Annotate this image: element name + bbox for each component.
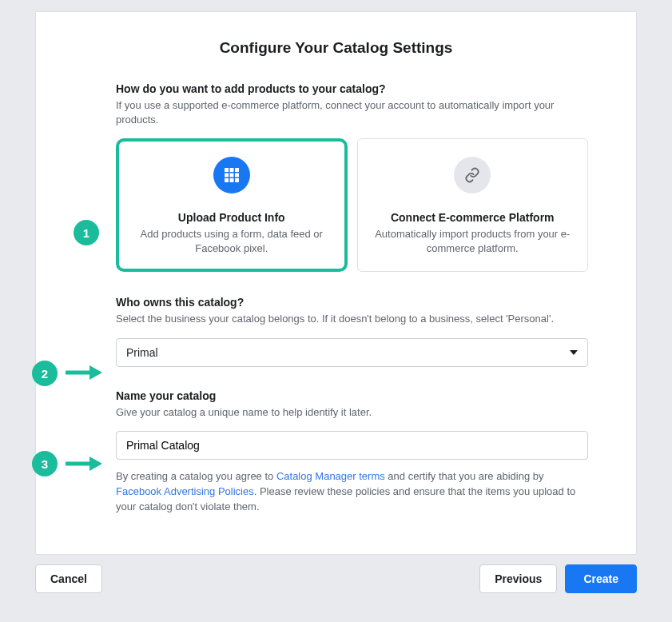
catalog-name-input[interactable] [116,431,588,460]
legal-pre: By creating a catalog you agree to [116,470,276,482]
grid-icon [213,157,250,193]
create-button[interactable]: Create [565,564,637,593]
catalog-terms-link[interactable]: Catalog Manager terms [276,470,385,482]
svg-rect-1 [229,168,233,172]
svg-rect-2 [235,168,239,172]
dialog-footer: Cancel Previous Create [0,555,672,593]
option-upload-product-info[interactable]: Upload Product Info Add products using a… [116,138,348,272]
cancel-button[interactable]: Cancel [35,564,102,593]
step-badge-3: 3 [32,451,58,476]
svg-rect-6 [225,178,229,182]
arrow-icon [64,361,102,385]
svg-rect-4 [229,173,233,177]
legal-text: By creating a catalog you agree to Catal… [116,469,588,515]
legal-mid: and certify that you are abiding by [385,470,544,482]
previous-button[interactable]: Previous [479,564,557,593]
section-subtext: Give your catalog a unique name to help … [116,405,588,420]
svg-marker-12 [89,457,102,471]
section-subtext: Select the business your catalog belongs… [116,312,588,326]
svg-rect-7 [229,178,233,182]
section-owner: Who owns this catalog? Select the busine… [116,296,588,366]
option-connect-ecommerce[interactable]: Connect E-commerce Platform Automaticall… [357,138,589,272]
option-desc: Add products using a form, data feed or … [131,227,332,255]
section-subtext: If you use a supported e-commerce platfo… [116,98,588,127]
page-title: Configure Your Catalog Settings [84,39,588,57]
options-row: Upload Product Info Add products using a… [116,138,588,272]
footer-right: Previous Create [479,564,637,593]
owner-select[interactable]: Primal [116,338,588,367]
svg-rect-0 [225,168,229,172]
dialog-card: Configure Your Catalog Settings How do y… [35,11,637,555]
link-icon [454,157,491,193]
option-title: Connect E-commerce Platform [372,211,574,224]
svg-rect-3 [225,173,229,177]
svg-rect-5 [235,173,239,177]
arrow-icon [64,452,102,476]
section-heading: How do you want to add products to your … [116,82,588,95]
svg-rect-8 [235,178,239,182]
advertising-policies-link[interactable]: Facebook Advertising Policies [116,485,254,497]
owner-selected-value: Primal [126,346,158,359]
content-area: How do you want to add products to your … [116,82,588,514]
option-title: Upload Product Info [131,211,332,224]
section-heading: Name your catalog [116,389,588,402]
section-heading: Who owns this catalog? [116,296,588,309]
option-desc: Automatically import products from your … [372,227,574,255]
step-badge-1: 1 [74,220,99,245]
caret-down-icon [570,350,578,355]
section-add-products: How do you want to add products to your … [116,82,588,272]
section-name: Name your catalog Give your catalog a un… [116,389,588,515]
step-badge-2: 2 [32,361,58,386]
svg-marker-10 [89,365,102,380]
